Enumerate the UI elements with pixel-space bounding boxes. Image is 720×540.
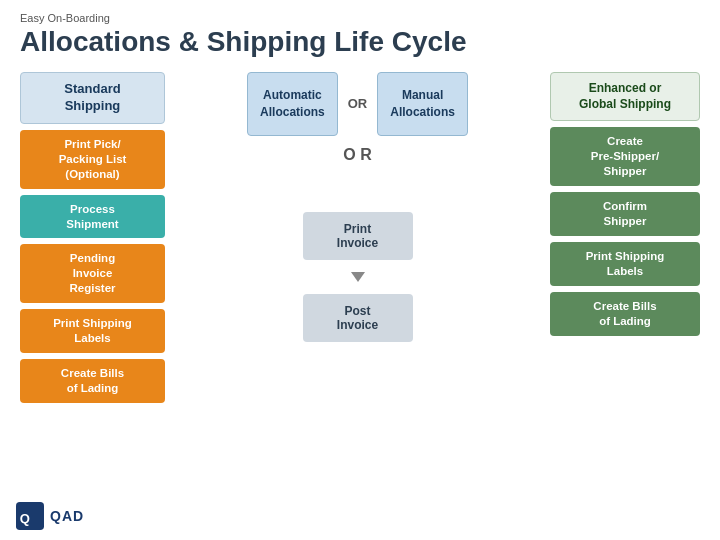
process-shipment-box: ProcessShipment	[20, 195, 165, 239]
top-allocations-row: AutomaticAllocations OR ManualAllocation…	[181, 72, 534, 136]
pending-invoice-box: PendingInvoiceRegister	[20, 244, 165, 303]
print-shipping-labels-right-box: Print ShippingLabels	[550, 242, 700, 286]
print-invoice-box: PrintInvoice	[303, 212, 413, 260]
standard-shipping-column: StandardShipping Print Pick/Packing List…	[20, 72, 165, 482]
main-title: Allocations & Shipping Life Cycle	[20, 26, 700, 58]
svg-text:Q: Q	[20, 511, 30, 526]
logo-text: QAD	[50, 508, 84, 524]
post-invoice-box: PostInvoice	[303, 294, 413, 342]
standard-shipping-header: StandardShipping	[20, 72, 165, 124]
footer: Q QAD	[16, 502, 84, 530]
print-shipping-labels-left-box: Print ShippingLabels	[20, 309, 165, 353]
create-bills-lading-right-box: Create Billsof Lading	[550, 292, 700, 336]
confirm-shipper-box: ConfirmShipper	[550, 192, 700, 236]
automatic-allocations-box: AutomaticAllocations	[247, 72, 338, 136]
enhanced-shipping-column: Enhanced orGlobal Shipping CreatePre-Shi…	[550, 72, 700, 482]
enhanced-shipping-header: Enhanced orGlobal Shipping	[550, 72, 700, 121]
qad-logo-icon: Q	[16, 502, 44, 530]
page: Easy On-Boarding Allocations & Shipping …	[0, 0, 720, 540]
manual-allocations-box: ManualAllocations	[377, 72, 468, 136]
or-big-text: O R	[343, 146, 371, 164]
create-bills-lading-left-box: Create Billsof Lading	[20, 359, 165, 403]
print-pick-box: Print Pick/Packing List(Optional)	[20, 130, 165, 189]
diagram-area: StandardShipping Print Pick/Packing List…	[20, 72, 700, 482]
create-pre-shipper-box: CreatePre-Shipper/Shipper	[550, 127, 700, 186]
arrow-down-1	[351, 272, 365, 282]
supertitle: Easy On-Boarding	[20, 12, 700, 24]
middle-column: AutomaticAllocations OR ManualAllocation…	[173, 72, 542, 482]
or-connector: OR	[348, 96, 368, 111]
